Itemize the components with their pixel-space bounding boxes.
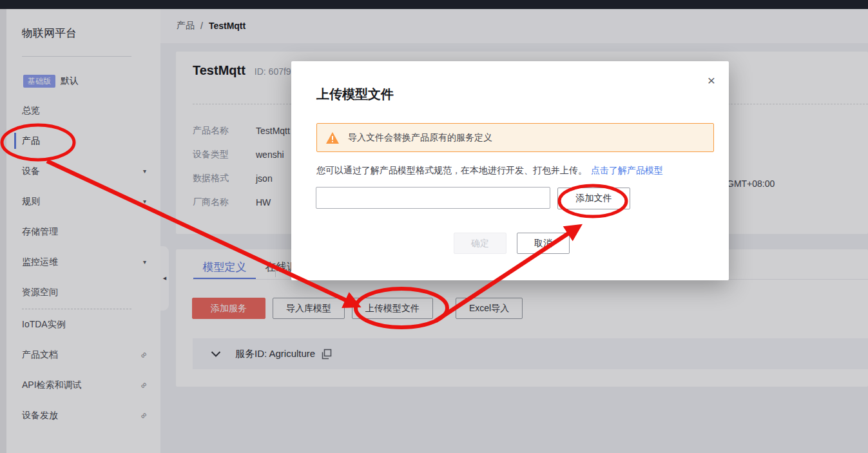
file-path-input[interactable] — [316, 187, 550, 209]
warning-icon — [325, 131, 340, 144]
dialog-description: 您可以通过了解产品模型格式规范，在本地进行开发、打包并上传。点击了解产品模型 — [316, 165, 663, 177]
description-text: 您可以通过了解产品模型格式规范，在本地进行开发、打包并上传。 — [316, 165, 587, 175]
cancel-button[interactable]: 取消 — [517, 233, 570, 254]
close-icon[interactable]: × — [704, 73, 719, 88]
upload-model-dialog: 上传模型文件 × 导入文件会替换产品原有的服务定义 您可以通过了解产品模型格式规… — [291, 61, 729, 280]
warning-banner: 导入文件会替换产品原有的服务定义 — [316, 123, 714, 152]
add-file-button[interactable]: 添加文件 — [557, 188, 630, 209]
warning-text: 导入文件会替换产品原有的服务定义 — [348, 132, 492, 144]
screen: 物联网平台 基础版 默认 总览 产品 设备 — [0, 0, 868, 453]
confirm-button[interactable]: 确定 — [454, 233, 506, 254]
dialog-title: 上传模型文件 — [316, 86, 394, 103]
learn-model-link[interactable]: 点击了解产品模型 — [591, 165, 663, 175]
